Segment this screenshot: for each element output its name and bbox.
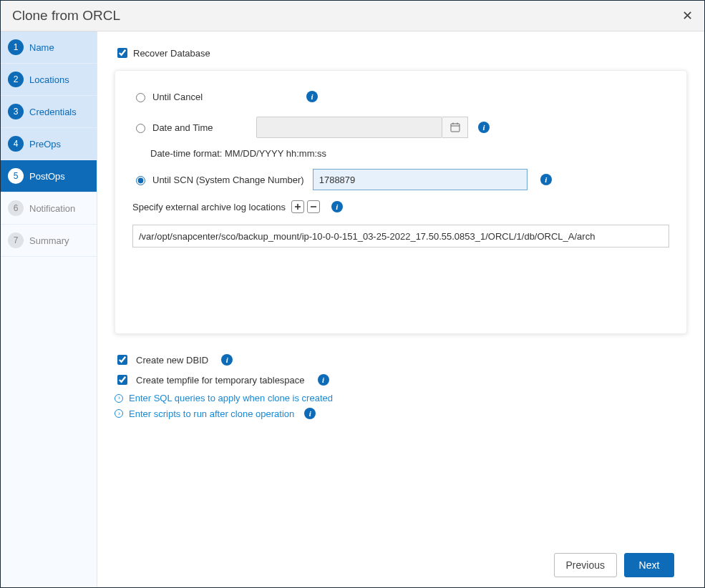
create-dbid-checkbox[interactable] [117, 355, 127, 365]
archive-path-input[interactable] [132, 225, 669, 248]
tempfile-row: Create tempfile for temporary tablespace… [115, 373, 687, 387]
dbid-row: Create new DBID i [115, 353, 687, 367]
modal-body: 1 Name 2 Locations 3 Credentials 4 PreOp… [1, 31, 704, 587]
until-cancel-label: Until Cancel [152, 92, 299, 102]
until-cancel-row: Until Cancel i [132, 87, 669, 107]
recover-database-checkbox[interactable] [117, 48, 127, 58]
add-location-button[interactable] [291, 200, 304, 213]
info-icon[interactable]: i [478, 122, 490, 133]
step-number: 2 [8, 72, 24, 87]
step-summary[interactable]: 7 Summary [1, 225, 97, 257]
info-icon[interactable]: i [540, 174, 552, 185]
date-time-hint: Date-time format: MM/DD/YYYY hh:mm:ss [150, 148, 669, 159]
calendar-icon[interactable] [442, 117, 468, 138]
previous-button[interactable]: Previous [554, 553, 617, 577]
info-icon[interactable]: i [221, 354, 233, 366]
archive-label: Specify external archive log locations [132, 202, 286, 212]
calendar-svg [450, 122, 460, 132]
step-number: 4 [8, 136, 24, 152]
create-tempfile-checkbox[interactable] [117, 375, 127, 385]
info-icon[interactable]: i [331, 201, 343, 212]
create-tempfile-label: Create tempfile for temporary tablespace [136, 375, 305, 386]
sql-queries-label: Enter SQL queries to apply when clone is… [129, 393, 333, 403]
step-label: Credentials [29, 107, 77, 117]
scn-radio[interactable] [136, 176, 145, 185]
next-button[interactable]: Next [624, 553, 674, 577]
date-time-row: Date and Time i [132, 117, 669, 138]
step-name[interactable]: 1 Name [1, 31, 97, 64]
footer: Previous Next [115, 543, 687, 587]
scripts-label: Enter scripts to run after clone operati… [129, 408, 294, 419]
recover-database-label: Recover Database [133, 48, 210, 59]
scn-input[interactable] [313, 169, 527, 190]
scripts-expander[interactable]: › Enter scripts to run after clone opera… [115, 408, 687, 419]
archive-row: Specify external archive log locations i [132, 200, 669, 213]
step-number: 5 [8, 168, 24, 184]
info-icon[interactable]: i [306, 91, 318, 102]
step-label: Locations [29, 74, 69, 85]
sql-queries-expander[interactable]: › Enter SQL queries to apply when clone … [115, 393, 687, 403]
modal-header: Clone from ORCL ✕ [1, 1, 704, 31]
step-credentials[interactable]: 3 Credentials [1, 96, 97, 128]
options-section: Create new DBID i Create tempfile for te… [115, 353, 687, 423]
modal-title: Clone from ORCL [12, 8, 120, 24]
step-number: 1 [8, 39, 24, 55]
remove-location-button[interactable] [307, 200, 320, 213]
clone-modal: Clone from ORCL ✕ 1 Name 2 Locations 3 C… [1, 1, 704, 587]
step-number: 6 [8, 200, 24, 216]
step-number: 7 [8, 232, 24, 248]
chevron-right-icon: › [115, 394, 123, 403]
step-label: PreOps [29, 139, 61, 150]
info-icon[interactable]: i [304, 408, 316, 419]
date-time-radio[interactable] [136, 124, 145, 133]
until-cancel-radio[interactable] [136, 93, 145, 102]
create-dbid-label: Create new DBID [136, 355, 208, 366]
scn-row: Until SCN (System Change Number) i [132, 169, 669, 190]
date-time-input [256, 117, 442, 138]
step-postops[interactable]: 5 PostOps [1, 160, 97, 192]
content-area: Recover Database Until Cancel i Date and… [97, 31, 704, 587]
step-label: Notification [29, 203, 75, 214]
step-preops[interactable]: 4 PreOps [1, 128, 97, 160]
chevron-right-icon: › [115, 409, 123, 418]
step-number: 3 [8, 104, 24, 119]
close-icon[interactable]: ✕ [682, 8, 693, 24]
recover-panel: Until Cancel i Date and Time i Date-time… [115, 70, 687, 334]
step-label: Summary [29, 235, 69, 246]
recover-database-row: Recover Database [115, 46, 687, 60]
step-locations[interactable]: 2 Locations [1, 64, 97, 96]
date-time-label: Date and Time [152, 122, 256, 133]
step-notification[interactable]: 6 Notification [1, 192, 97, 225]
svg-rect-0 [451, 124, 460, 132]
wizard-sidebar: 1 Name 2 Locations 3 Credentials 4 PreOp… [1, 31, 97, 587]
scn-label: Until SCN (System Change Number) [152, 175, 304, 185]
step-label: PostOps [29, 171, 65, 182]
step-label: Name [29, 42, 54, 53]
info-icon[interactable]: i [318, 374, 329, 386]
